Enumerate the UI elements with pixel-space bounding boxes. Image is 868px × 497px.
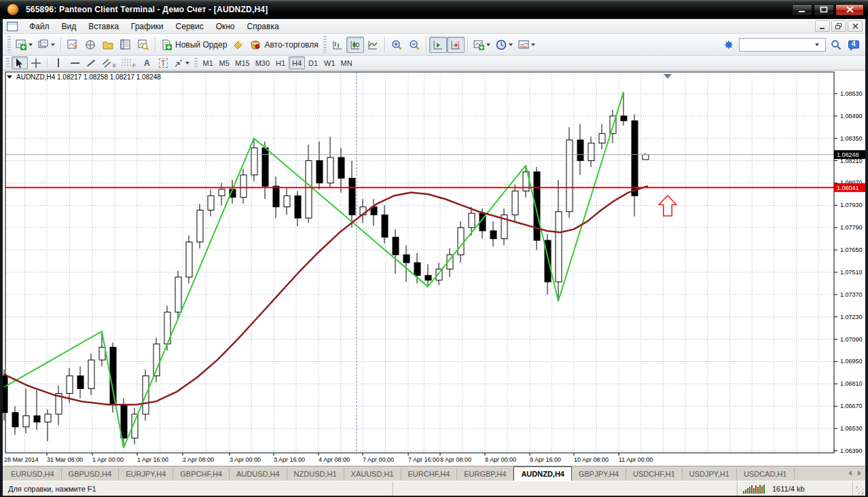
close-button[interactable]: [835, 4, 864, 16]
tabs-scroll-right-button[interactable]: [854, 468, 864, 478]
menu-insert[interactable]: Вставка: [82, 20, 125, 33]
menu-bar: Файл Вид Вставка Графики Сервис Окно Спр…: [3, 19, 865, 34]
cursor-tool-button[interactable]: [12, 56, 28, 69]
equidistant-channel-tool-button[interactable]: E: [99, 56, 119, 69]
menu-window[interactable]: Окно: [210, 20, 241, 33]
crosshair-tool-button[interactable]: [28, 56, 44, 69]
chart-window[interactable]: AUDNZD,H4 1.08217 1.08258 1.08217 1.0824…: [3, 71, 865, 466]
search-button[interactable]: [827, 37, 845, 53]
toolbar-grip[interactable]: [323, 36, 327, 53]
vertical-line-tool-button[interactable]: [50, 56, 67, 69]
svg-text:1 Apr 16:00: 1 Apr 16:00: [137, 456, 168, 463]
timeframe-m15-button[interactable]: M15: [232, 56, 252, 69]
chart-line-button[interactable]: [364, 37, 382, 53]
text-tool-button[interactable]: A: [139, 56, 155, 69]
new-order-label: Новый Ордер: [175, 40, 227, 50]
mdi-restore-button[interactable]: [831, 20, 846, 32]
scripts-button[interactable]: [230, 37, 247, 53]
tab-gbpusd-h4[interactable]: GBPUSD,H4: [62, 468, 120, 481]
tab-usdjpy-h1[interactable]: USDJPY,H1: [683, 468, 737, 481]
templates-button[interactable]: [516, 37, 538, 53]
toolbar-separator: [47, 58, 48, 67]
svg-text:1.06810: 1.06810: [840, 380, 863, 387]
tab-eurjpy-h4[interactable]: EURJPY,H4: [119, 468, 173, 481]
text-label-tool-button[interactable]: T: [155, 56, 171, 69]
tab-gbpjpy-h4[interactable]: GBPJPY,H4: [572, 468, 626, 481]
mdi-close-button[interactable]: [848, 20, 863, 32]
status-help-panel: Для справки, нажмите F1: [3, 481, 393, 496]
chart-shift-button[interactable]: [447, 37, 465, 53]
svg-text:1.07510: 1.07510: [840, 269, 863, 276]
chevron-down-icon[interactable]: [815, 43, 819, 46]
toolbar-separator: [467, 37, 468, 52]
horizontal-line-tool-button[interactable]: [67, 56, 83, 69]
minimize-button[interactable]: [792, 4, 812, 16]
strategy-tester-button[interactable]: [134, 37, 152, 53]
tab-usdchf-h1[interactable]: USDCHF,H1: [626, 468, 683, 481]
menu-file[interactable]: Файл: [23, 20, 56, 33]
timeframe-h4-button[interactable]: H4: [289, 56, 305, 69]
tab-audnzd-h4[interactable]: AUDNZD,H4: [513, 466, 572, 481]
search-input[interactable]: [740, 39, 813, 50]
zoom-out-button[interactable]: [405, 37, 423, 53]
fibonacci-tool-button[interactable]: F: [119, 56, 139, 69]
chart-candles-button[interactable]: [346, 37, 364, 53]
market-watch-button[interactable]: [64, 37, 82, 53]
new-order-button[interactable]: Новый Ордер: [158, 37, 230, 53]
chevron-down-icon[interactable]: [7, 75, 12, 79]
chart-ohlc-text: AUDNZD,H4 1.08217 1.08258 1.08217 1.0824…: [16, 73, 161, 81]
tab-gbpchf-h4[interactable]: GBPCHF,H4: [173, 468, 230, 481]
tab-usdcad-h1[interactable]: USDCAD,H1: [737, 468, 795, 481]
favorites-button[interactable]: [99, 37, 117, 53]
standard-toolbar: Новый Ордер Авто-торговля: [3, 34, 865, 56]
timeframe-h1-button[interactable]: H1: [272, 56, 289, 69]
menu-view[interactable]: Вид: [56, 20, 83, 33]
window-frame: Файл Вид Вставка Графики Сервис Окно Спр…: [0, 19, 868, 497]
timeframe-m30-button[interactable]: M30: [253, 56, 272, 69]
autotrading-button[interactable]: Авто-торговля: [247, 37, 321, 53]
tab-nzdusd-h1[interactable]: NZDUSD,H1: [287, 468, 344, 481]
resize-grip[interactable]: [853, 481, 865, 496]
zoom-in-button[interactable]: [388, 37, 405, 53]
timeframe-m5-button[interactable]: M5: [216, 56, 232, 69]
indicators-button[interactable]: [471, 37, 493, 53]
timeframe-w1-button[interactable]: W1: [321, 56, 338, 69]
menu-tools[interactable]: Сервис: [170, 20, 210, 33]
toolbar-grip[interactable]: [6, 58, 10, 68]
profiles-button[interactable]: [35, 37, 58, 53]
tab-eurchf-h4[interactable]: EURCHF,H4: [401, 468, 458, 481]
arrows-tool-button[interactable]: [171, 56, 192, 69]
tabs-scroll-left-button[interactable]: [845, 468, 854, 478]
svg-text:31 Mar 08:00: 31 Mar 08:00: [47, 456, 83, 463]
svg-text:28 Mar 2014: 28 Mar 2014: [4, 456, 39, 463]
mdi-minimize-button[interactable]: [815, 20, 830, 32]
community-button[interactable]: 4: [845, 37, 863, 53]
menu-help[interactable]: Справка: [241, 20, 285, 33]
svg-text:1.07370: 1.07370: [840, 291, 863, 298]
data-window-button[interactable]: [117, 37, 134, 53]
timeframe-m1-button[interactable]: M1: [200, 56, 216, 69]
periods-button[interactable]: [493, 37, 516, 53]
tab-eurusd-h4[interactable]: EURUSD,H4: [4, 468, 62, 481]
toolbar-separator: [426, 37, 427, 52]
toolbar-grip[interactable]: [194, 58, 198, 68]
maximize-button[interactable]: [814, 4, 834, 16]
new-chart-button[interactable]: [13, 37, 35, 53]
status-empty-panel: [393, 481, 738, 496]
svg-text:3 Apr 00:00: 3 Apr 00:00: [230, 456, 261, 463]
menu-charts[interactable]: Графики: [125, 20, 170, 33]
tab-eurgbp-h4[interactable]: EURGBP,H4: [457, 468, 513, 481]
trendline-tool-button[interactable]: [83, 56, 99, 69]
tab-xauusd-h1[interactable]: XAUUSD,H1: [344, 468, 401, 481]
chart-svg[interactable]: 1.086301.084901.083501.082101.080701.079…: [3, 71, 865, 466]
chart-bars-button[interactable]: [329, 37, 346, 53]
metaquotes-button[interactable]: [720, 37, 738, 53]
timeframe-d1-button[interactable]: D1: [305, 56, 321, 69]
tab-audusd-h4[interactable]: AUDUSD,H4: [230, 468, 287, 481]
svg-text:1.08041: 1.08041: [837, 185, 859, 191]
timeframe-mn-button[interactable]: MN: [338, 56, 355, 69]
navigator-button[interactable]: [82, 37, 99, 53]
svg-text:1.06390: 1.06390: [840, 447, 863, 454]
auto-scroll-button[interactable]: [429, 37, 447, 53]
toolbar-grip[interactable]: [7, 36, 11, 53]
